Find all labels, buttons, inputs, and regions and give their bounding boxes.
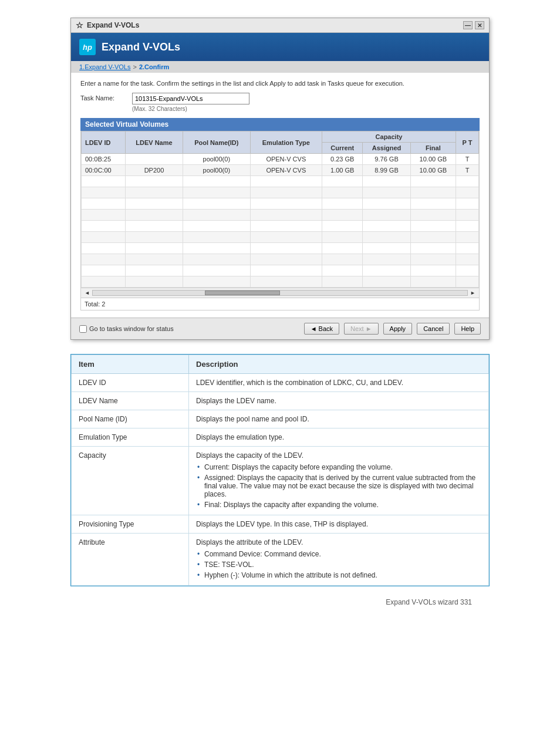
info-item-desc: Displays the LDEV name. bbox=[189, 392, 489, 410]
th-final: Final bbox=[410, 143, 456, 154]
scroll-track[interactable] bbox=[92, 290, 468, 296]
info-desc-text: Displays the LDEV name. bbox=[196, 397, 276, 405]
info-item-desc: Displays the emulation type. bbox=[189, 428, 489, 447]
cell-ldev-name bbox=[125, 154, 183, 165]
table-row-empty bbox=[82, 221, 479, 232]
window-icon: ☆ bbox=[76, 21, 83, 30]
cell-capacity-current: 1.00 GB bbox=[322, 165, 363, 176]
horizontal-scrollbar[interactable]: ◄ ► bbox=[80, 288, 480, 298]
goto-tasks-checkbox[interactable] bbox=[79, 325, 87, 333]
table-row-empty bbox=[82, 265, 479, 276]
info-table-row: Provisioning Type Displays the LDEV type… bbox=[72, 515, 489, 534]
info-desc-text: Displays the attribute of the LDEV. bbox=[196, 538, 303, 546]
dialog-footer: Go to tasks window for status ◄ Back Nex… bbox=[71, 318, 489, 339]
info-desc-text: LDEV identifier, which is the combinatio… bbox=[196, 379, 403, 387]
cell-pt: T bbox=[456, 154, 479, 165]
info-desc-text: Displays the pool name and pool ID. bbox=[196, 415, 309, 423]
dialog-body: Enter a name for the task. Confirm the s… bbox=[71, 73, 489, 318]
task-name-input[interactable] bbox=[132, 93, 249, 104]
info-item-desc: Displays the LDEV type. In this case, TH… bbox=[189, 515, 489, 534]
info-table-row: LDEV Name Displays the LDEV name. bbox=[72, 392, 489, 410]
table-row: 00:0B:25 pool00(0) OPEN-V CVS 0.23 GB 9.… bbox=[82, 154, 479, 165]
goto-tasks-label: Go to tasks window for status bbox=[89, 325, 174, 332]
table-row-empty bbox=[82, 187, 479, 198]
apply-button[interactable]: Apply bbox=[383, 323, 413, 335]
cell-emulation-type: OPEN-V CVS bbox=[250, 165, 322, 176]
cell-capacity-assigned: 8.99 GB bbox=[363, 165, 410, 176]
minimize-button[interactable]: — bbox=[463, 21, 473, 29]
info-desc-text: Displays the LDEV type. In this case, TH… bbox=[196, 520, 368, 528]
info-table-row: Emulation Type Displays the emulation ty… bbox=[72, 428, 489, 447]
cell-emulation-type: OPEN-V CVS bbox=[250, 154, 322, 165]
scroll-left-arrow[interactable]: ◄ bbox=[85, 290, 90, 296]
list-item: Hyphen (-): Volume in which the attribut… bbox=[196, 570, 481, 580]
info-table-row: Pool Name (ID) Displays the pool name an… bbox=[72, 410, 489, 428]
info-item-label: LDEV Name bbox=[72, 392, 189, 410]
info-desc-text: Displays the emulation type. bbox=[196, 433, 284, 441]
list-item: Current: Displays the capacity before ex… bbox=[196, 462, 481, 472]
info-bullet-list: Command Device: Command device.TSE: TSE-… bbox=[196, 549, 481, 580]
breadcrumb: 1.Expand V-VOLs > 2.Confirm bbox=[71, 61, 489, 73]
cell-capacity-current: 0.23 GB bbox=[322, 154, 363, 165]
breadcrumb-step2: 2.Confirm bbox=[139, 63, 169, 70]
info-table-row: Attribute Displays the attribute of the … bbox=[72, 534, 489, 586]
dialog-header-title: Expand V-VOLs bbox=[102, 41, 180, 53]
info-item-label: LDEV ID bbox=[72, 374, 189, 392]
next-button[interactable]: Next ► bbox=[344, 323, 379, 335]
hp-logo: hp bbox=[79, 39, 96, 55]
cell-ldev-name: DP200 bbox=[125, 165, 183, 176]
info-th-description: Description bbox=[189, 355, 489, 374]
info-th-item: Item bbox=[72, 355, 189, 374]
vvols-table: LDEV ID LDEV Name Pool Name(ID) Emulatio… bbox=[81, 131, 479, 288]
close-button[interactable]: ✕ bbox=[475, 21, 484, 29]
total-row: Total: 2 bbox=[80, 298, 480, 310]
scroll-thumb[interactable] bbox=[205, 291, 280, 295]
scroll-right-arrow[interactable]: ► bbox=[470, 290, 475, 296]
task-name-row: Task Name: (Max. 32 Characters) bbox=[80, 93, 480, 112]
cell-pool-name: pool00(0) bbox=[183, 165, 250, 176]
instruction-text: Enter a name for the task. Confirm the s… bbox=[80, 80, 480, 87]
section-header: Selected Virtual Volumes bbox=[80, 118, 480, 131]
info-bullet-list: Current: Displays the capacity before ex… bbox=[196, 462, 481, 510]
vvols-table-container: LDEV ID LDEV Name Pool Name(ID) Emulatio… bbox=[80, 131, 480, 288]
info-desc-text: Displays the capacity of the LDEV. bbox=[196, 451, 303, 460]
info-table-row: Capacity Displays the capacity of the LD… bbox=[72, 447, 489, 515]
list-item: TSE: TSE-VOL. bbox=[196, 559, 481, 570]
footer-checkbox-area: Go to tasks window for status bbox=[79, 325, 174, 333]
dialog-titlebar-text: Expand V-VOLs bbox=[87, 21, 139, 29]
info-item-desc: Displays the pool name and pool ID. bbox=[189, 410, 489, 428]
th-capacity: Capacity bbox=[322, 131, 456, 143]
info-item-label: Attribute bbox=[72, 534, 189, 586]
list-item: Final: Displays the capacity after expan… bbox=[196, 499, 481, 510]
task-name-hint: (Max. 32 Characters) bbox=[132, 106, 249, 112]
cell-pool-name: pool00(0) bbox=[183, 154, 250, 165]
info-item-label: Capacity bbox=[72, 447, 189, 515]
breadcrumb-sep: > bbox=[133, 63, 136, 70]
th-ldev-name: LDEV Name bbox=[125, 131, 183, 154]
help-button[interactable]: Help bbox=[454, 323, 481, 335]
cell-capacity-final: 10.00 GB bbox=[410, 165, 456, 176]
th-emulation-type: Emulation Type bbox=[250, 131, 322, 154]
cell-capacity-assigned: 9.76 GB bbox=[363, 154, 410, 165]
back-button[interactable]: ◄ Back bbox=[304, 323, 339, 335]
cancel-button[interactable]: Cancel bbox=[417, 323, 450, 335]
cell-ldev-id: 00:0C:00 bbox=[82, 165, 126, 176]
dialog-controls: — ✕ bbox=[463, 21, 484, 29]
th-current: Current bbox=[322, 143, 363, 154]
table-row-empty bbox=[82, 232, 479, 243]
info-table: Item Description LDEV ID LDEV identifier… bbox=[71, 355, 489, 586]
info-item-label: Provisioning Type bbox=[72, 515, 189, 534]
table-row-empty bbox=[82, 254, 479, 265]
info-item-label: Emulation Type bbox=[72, 428, 189, 447]
breadcrumb-step1[interactable]: 1.Expand V-VOLs bbox=[79, 63, 130, 70]
th-pool-name: Pool Name(ID) bbox=[183, 131, 250, 154]
table-row: 00:0C:00 DP200 pool00(0) OPEN-V CVS 1.00… bbox=[82, 165, 479, 176]
info-item-desc: Displays the capacity of the LDEV.Curren… bbox=[189, 447, 489, 515]
dialog-header: hp Expand V-VOLs bbox=[71, 33, 489, 61]
expand-vvols-dialog: ☆ Expand V-VOLs — ✕ hp Expand V-VOLs 1.E… bbox=[70, 18, 490, 340]
th-ldev-id: LDEV ID bbox=[82, 131, 126, 154]
titlebar-left: ☆ Expand V-VOLs bbox=[76, 21, 139, 30]
th-pt: P T bbox=[456, 131, 479, 154]
table-row-empty bbox=[82, 243, 479, 254]
cell-capacity-final: 10.00 GB bbox=[410, 154, 456, 165]
